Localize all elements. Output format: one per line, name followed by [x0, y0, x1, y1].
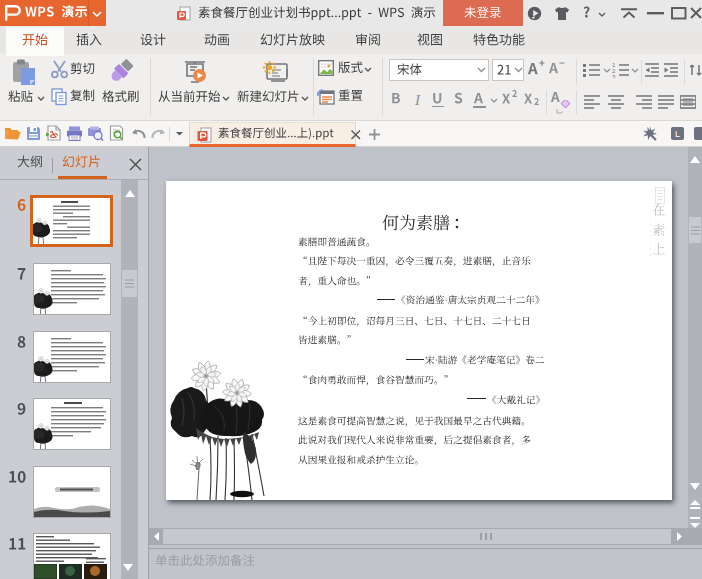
svg-text:L: L	[675, 129, 680, 139]
svg-text:3: 3	[612, 74, 616, 78]
svg-text:I: I	[414, 92, 421, 108]
